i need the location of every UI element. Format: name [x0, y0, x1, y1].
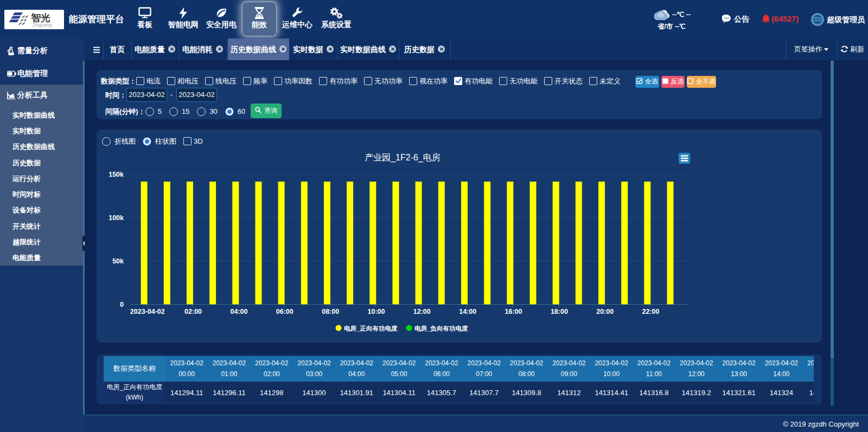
svg-text:20:00: 20:00: [596, 308, 614, 315]
svg-text:12:00: 12:00: [413, 308, 431, 315]
svg-text:智光: 智光: [30, 12, 50, 23]
svg-text:150k: 150k: [108, 171, 124, 178]
svg-text:08:00: 08:00: [322, 308, 339, 315]
svg-text:电房_正向有功电度: 电房_正向有功电度: [344, 325, 398, 332]
svg-text:06:00: 06:00: [276, 308, 293, 315]
svg-text:18:00: 18:00: [551, 308, 568, 315]
svg-text:电房_负向有功电度: 电房_负向有功电度: [414, 325, 468, 332]
svg-text:2023-04-02: 2023-04-02: [130, 308, 165, 315]
svg-text:10:00: 10:00: [368, 308, 385, 315]
svg-text:02:00: 02:00: [184, 308, 202, 315]
svg-text:100k: 100k: [108, 214, 124, 222]
svg-text:04:00: 04:00: [231, 308, 248, 315]
svg-text:产业园_1F2-6_电房: 产业园_1F2-6_电房: [365, 153, 441, 163]
svg-text:22:00: 22:00: [642, 308, 660, 315]
svg-text:0: 0: [120, 301, 124, 308]
svg-text:14:00: 14:00: [459, 308, 476, 315]
svg-text:50k: 50k: [112, 257, 124, 265]
svg-text:Zhiguang: Zhiguang: [33, 22, 52, 28]
svg-text:16:00: 16:00: [505, 308, 522, 315]
